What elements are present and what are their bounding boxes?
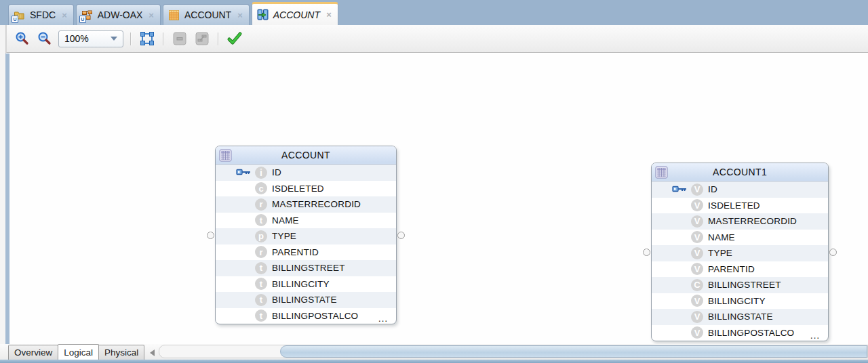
- tab-account[interactable]: ACCOUNT ×: [163, 4, 250, 25]
- tab-account-mapping-active[interactable]: ACCOUNT ×: [252, 2, 338, 25]
- type-icon: V: [691, 326, 703, 339]
- tab-scroll-left-button[interactable]: [146, 346, 157, 360]
- type-icon: V: [691, 199, 703, 211]
- diagram-toolbar: 100%: [6, 25, 868, 53]
- tab-overview[interactable]: Overview: [8, 345, 58, 360]
- entity-title: ACCOUNT: [216, 150, 396, 161]
- connector-port-right[interactable]: [829, 249, 837, 256]
- type-icon: r: [255, 198, 267, 211]
- type-icon: t: [255, 309, 267, 322]
- attribute-row[interactable]: VTYPE: [652, 245, 828, 261]
- document-tab-bar: U SFDC × U ADW-OAX × ACCOUNT ×: [0, 0, 868, 25]
- attribute-name: TYPE: [708, 248, 732, 258]
- attribute-row[interactable]: VMASTERRECORDID: [652, 213, 828, 230]
- mapping-icon: [257, 9, 269, 20]
- table-grid-icon: [168, 9, 180, 21]
- tab-label: Physical: [104, 347, 138, 358]
- attribute-row[interactable]: tBILLINGCITY: [216, 276, 396, 293]
- connector-port-left[interactable]: [207, 232, 214, 239]
- unsaved-badge: U: [12, 16, 18, 23]
- tab-label: Overview: [14, 347, 52, 358]
- attribute-row[interactable]: VNAME: [652, 230, 828, 246]
- collapse-all-button-disabled: [171, 30, 189, 47]
- connector-port-right[interactable]: [397, 232, 405, 239]
- collapse-icon: [172, 31, 187, 46]
- toolbar-separator: [163, 33, 164, 45]
- attribute-row[interactable]: tBILLINGSTATE: [216, 292, 396, 308]
- tab-label: Logical: [64, 347, 93, 358]
- scrollbar-thumb[interactable]: [280, 345, 867, 358]
- tab-adw-oax[interactable]: U ADW-OAX ×: [76, 4, 161, 25]
- horizontal-scrollbar[interactable]: [159, 345, 868, 358]
- attribute-name: ID: [272, 167, 281, 177]
- attribute-name: NAME: [708, 232, 735, 242]
- attribute-row[interactable]: VISDELETED: [652, 198, 828, 214]
- attribute-name: ISDELETED: [272, 184, 324, 194]
- attribute-row[interactable]: CBILLINGSTREET: [652, 277, 828, 293]
- expand-icon: [195, 31, 210, 46]
- tab-sfdc[interactable]: U SFDC ×: [8, 4, 74, 25]
- type-icon: t: [255, 214, 267, 226]
- entity-account1[interactable]: ACCOUNT1 V ID VISDELETED VMASTERRECORDID…: [651, 163, 829, 341]
- entity-header[interactable]: ACCOUNT1: [652, 163, 828, 182]
- view-tab-bar: Overview Logical Physical: [0, 344, 868, 360]
- attribute-name: NAME: [272, 215, 299, 226]
- zoom-level-value: 100%: [64, 33, 89, 44]
- tab-physical[interactable]: Physical: [98, 345, 144, 360]
- attribute-row[interactable]: pTYPE: [216, 228, 396, 244]
- validate-button[interactable]: [226, 30, 243, 47]
- tab-label: ADW-OAX: [98, 9, 143, 20]
- type-icon: V: [691, 311, 703, 323]
- tab-label: ACCOUNT: [273, 9, 320, 20]
- attribute-row[interactable]: VBILLINGSTATE: [652, 309, 828, 325]
- attribute-name: ISDELETED: [708, 200, 760, 211]
- folder-table-icon: U: [14, 9, 25, 21]
- close-icon[interactable]: ×: [62, 11, 67, 20]
- key-slot: [672, 186, 691, 193]
- attribute-row[interactable]: i ID: [216, 165, 396, 181]
- attribute-row[interactable]: VBILLINGCITY: [652, 293, 828, 309]
- attribute-list: V ID VISDELETED VMASTERRECORDID VNAME VT…: [652, 182, 828, 341]
- triangle-left-icon: [150, 349, 155, 356]
- close-icon[interactable]: ×: [326, 10, 332, 19]
- attribute-row[interactable]: rMASTERRECORDID: [216, 196, 396, 213]
- connector-port-left[interactable]: [643, 249, 650, 256]
- zoom-out-button[interactable]: [36, 30, 54, 47]
- type-icon: V: [691, 184, 703, 196]
- zoom-in-button[interactable]: [14, 30, 31, 47]
- attribute-name: PARENTID: [708, 264, 755, 274]
- attribute-row[interactable]: tBILLINGPOSTALCO: [216, 308, 396, 324]
- attribute-row[interactable]: VBILLINGPOSTALCO: [652, 325, 828, 341]
- check-icon: [226, 31, 243, 46]
- attribute-row[interactable]: tBILLINGSTREET: [216, 260, 396, 276]
- type-icon: t: [255, 278, 267, 290]
- type-icon: C: [691, 279, 703, 291]
- attribute-name: BILLINGCITY: [272, 279, 330, 289]
- attribute-name: TYPE: [272, 231, 296, 241]
- tab-logical[interactable]: Logical: [58, 344, 99, 360]
- close-icon[interactable]: ×: [237, 11, 243, 20]
- entity-account[interactable]: ACCOUNT i ID cISDELETED rMASTERRECORDID …: [215, 146, 397, 324]
- close-icon[interactable]: ×: [149, 11, 154, 20]
- chevron-down-icon: [111, 37, 117, 41]
- attribute-name: BILLINGSTATE: [708, 312, 773, 322]
- model-diagram-icon: U: [81, 9, 93, 21]
- more-attributes-indicator: …: [810, 329, 821, 341]
- attribute-row[interactable]: VPARENTID: [652, 261, 828, 278]
- type-icon: V: [691, 231, 703, 243]
- attribute-name: BILLINGPOSTALCO: [708, 328, 794, 338]
- attribute-row[interactable]: V ID: [652, 182, 828, 198]
- attribute-name: BILLINGCITY: [708, 296, 766, 306]
- attribute-name: PARENTID: [272, 247, 319, 257]
- entity-header[interactable]: ACCOUNT: [216, 146, 396, 165]
- fit-to-window-button[interactable]: [138, 30, 156, 47]
- attribute-list: i ID cISDELETED rMASTERRECORDID tNAME pT…: [216, 165, 396, 324]
- type-icon: p: [255, 230, 267, 242]
- attribute-row[interactable]: rPARENTID: [216, 244, 396, 261]
- attribute-row[interactable]: cISDELETED: [216, 181, 396, 197]
- toolbar-separator: [218, 33, 219, 45]
- attribute-name: MASTERRECORDID: [708, 216, 797, 226]
- more-attributes-indicator: …: [378, 312, 389, 324]
- attribute-row[interactable]: tNAME: [216, 213, 396, 229]
- zoom-level-select[interactable]: 100%: [58, 30, 123, 47]
